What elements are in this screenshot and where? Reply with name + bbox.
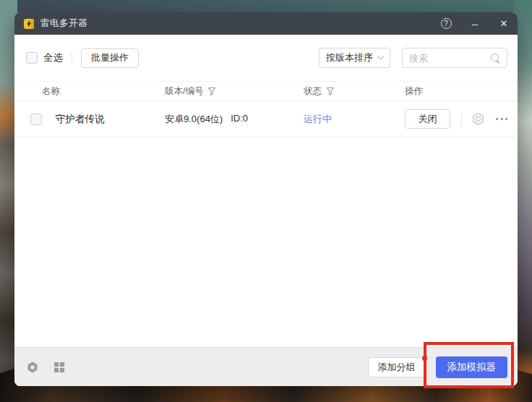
add-group-button[interactable]: 添加分组 bbox=[368, 357, 426, 377]
column-header-operation: 操作 bbox=[405, 85, 518, 98]
add-group-label: 添加分组 bbox=[378, 361, 416, 374]
emulator-list-empty-area bbox=[14, 137, 518, 347]
minimize-button[interactable]: – bbox=[468, 17, 481, 30]
column-header-name: 名称 bbox=[14, 85, 165, 98]
help-button[interactable]: ? bbox=[439, 17, 452, 30]
android-version: 安卓9.0(64位) bbox=[165, 113, 223, 126]
table-header: 名称 版本/编号 状态 操作 bbox=[14, 81, 518, 101]
column-header-version-label: 版本/编号 bbox=[165, 85, 203, 98]
select-all-label: 全选 bbox=[43, 51, 63, 64]
window-title: 雷电多开器 bbox=[40, 17, 87, 30]
add-emulator-button[interactable]: 添加模拟器 bbox=[436, 356, 508, 378]
close-button[interactable]: ✕ bbox=[497, 17, 510, 30]
row-status: 运行中 bbox=[304, 113, 405, 126]
sort-dropdown[interactable]: 按版本排序 bbox=[319, 48, 390, 68]
column-header-status-label: 状态 bbox=[304, 85, 322, 98]
app-logo-icon bbox=[23, 18, 35, 30]
help-icon: ? bbox=[441, 18, 452, 29]
toolbar-divider bbox=[72, 52, 72, 64]
emulator-name: 守护者传说 bbox=[56, 113, 105, 126]
column-header-status: 状态 bbox=[304, 85, 405, 98]
search-icon bbox=[491, 54, 500, 63]
filter-funnel-icon[interactable] bbox=[326, 87, 335, 95]
notification-dot bbox=[422, 356, 427, 361]
row-checkbox[interactable] bbox=[30, 114, 42, 125]
row-operations-cell: 关闭 bbox=[405, 109, 518, 129]
column-header-version: 版本/编号 bbox=[165, 85, 304, 98]
row-name-cell: 守护者传说 bbox=[14, 113, 165, 126]
instance-id: ID:0 bbox=[231, 113, 248, 126]
app-window: 雷电多开器 ? – ✕ 全选 批量操作 按版本排序 bbox=[14, 12, 518, 386]
chevron-down-icon bbox=[377, 52, 385, 59]
global-settings-gear-icon[interactable] bbox=[26, 361, 39, 374]
minimize-icon: – bbox=[472, 20, 478, 27]
titlebar: 雷电多开器 ? – ✕ bbox=[14, 12, 518, 35]
table-row: 守护者传说 安卓9.0(64位) ID:0 运行中 关闭 bbox=[14, 101, 518, 137]
footer-bar: 添加分组 添加模拟器 bbox=[14, 347, 518, 386]
toolbar: 全选 批量操作 按版本排序 bbox=[14, 35, 518, 81]
sort-dropdown-value: 按版本排序 bbox=[326, 51, 373, 64]
filter-funnel-icon[interactable] bbox=[207, 87, 216, 95]
select-all-checkbox[interactable] bbox=[26, 52, 38, 64]
batch-operations-button[interactable]: 批量操作 bbox=[81, 48, 139, 68]
row-settings-gear-icon[interactable] bbox=[471, 112, 485, 126]
search-input[interactable] bbox=[409, 53, 491, 64]
close-icon: ✕ bbox=[500, 18, 508, 29]
row-version-cell: 安卓9.0(64位) ID:0 bbox=[165, 113, 304, 126]
more-options-icon[interactable] bbox=[494, 115, 509, 123]
close-emulator-button[interactable]: 关闭 bbox=[405, 109, 450, 129]
grid-view-icon[interactable] bbox=[53, 362, 65, 373]
operations-divider bbox=[461, 113, 462, 126]
search-box bbox=[402, 48, 507, 68]
